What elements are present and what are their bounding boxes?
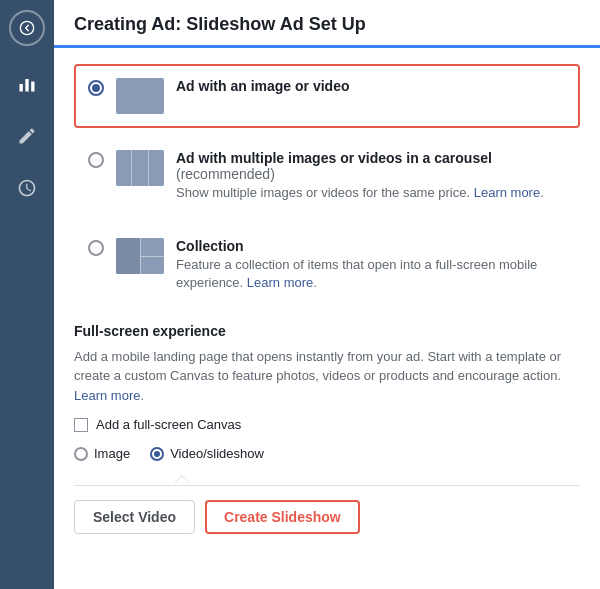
option-carousel-desc: Show multiple images or videos for the s… — [176, 184, 566, 202]
fullscreen-desc: Add a mobile landing page that opens ins… — [74, 347, 580, 406]
fullscreen-learn-more-link[interactable]: Learn more — [74, 388, 140, 403]
option-single-text: Ad with an image or video — [176, 78, 566, 94]
select-video-button[interactable]: Select Video — [74, 500, 195, 534]
fullscreen-title: Full-screen experience — [74, 323, 580, 339]
radio-image-option[interactable]: Image — [74, 446, 130, 461]
ad-type-options: Ad with an image or video Ad with multip… — [74, 64, 580, 307]
radio-video-slideshow[interactable] — [150, 447, 164, 461]
create-slideshow-button[interactable]: Create Slideshow — [205, 500, 360, 534]
radio-image-label: Image — [94, 446, 130, 461]
back-button[interactable] — [9, 10, 45, 46]
media-type-radio-row: Image Video/slideshow — [74, 446, 580, 461]
svg-rect-1 — [20, 84, 23, 92]
triangle-indicator — [74, 475, 580, 483]
option-carousel-text: Ad with multiple images or videos in a c… — [176, 150, 566, 202]
svg-rect-3 — [31, 82, 34, 92]
option-single-title: Ad with an image or video — [176, 78, 566, 94]
clock-icon[interactable] — [9, 170, 45, 206]
icon-carousel — [116, 150, 164, 186]
option-collection-desc: Feature a collection of items that open … — [176, 256, 566, 292]
fullscreen-section: Full-screen experience Add a mobile land… — [74, 323, 580, 535]
canvas-checkbox[interactable] — [74, 418, 88, 432]
header: Creating Ad: Slideshow Ad Set Up — [54, 0, 600, 48]
option-collection-title: Collection — [176, 238, 566, 254]
canvas-checkbox-label: Add a full-screen Canvas — [96, 417, 241, 432]
analytics-icon[interactable] — [9, 66, 45, 102]
radio-video-option[interactable]: Video/slideshow — [150, 446, 264, 461]
icon-single — [116, 78, 164, 114]
radio-single[interactable] — [88, 80, 104, 96]
option-carousel-title: Ad with multiple images or videos in a c… — [176, 150, 566, 182]
collection-learn-more-link[interactable]: Learn more — [247, 275, 313, 290]
radio-image[interactable] — [74, 447, 88, 461]
carousel-learn-more-link[interactable]: Learn more — [474, 185, 540, 200]
svg-point-0 — [20, 21, 33, 34]
edit-icon[interactable] — [9, 118, 45, 154]
option-carousel[interactable]: Ad with multiple images or videos in a c… — [74, 136, 580, 216]
content-area: Ad with an image or video Ad with multip… — [54, 48, 600, 589]
page-title: Creating Ad: Slideshow Ad Set Up — [74, 14, 580, 35]
action-buttons: Select Video Create Slideshow — [74, 500, 580, 534]
radio-carousel[interactable] — [88, 152, 104, 168]
option-collection[interactable]: Collection Feature a collection of items… — [74, 224, 580, 306]
radio-collection[interactable] — [88, 240, 104, 256]
triangle-arrow — [174, 475, 190, 483]
icon-collection — [116, 238, 164, 274]
option-collection-text: Collection Feature a collection of items… — [176, 238, 566, 292]
divider — [74, 485, 580, 486]
sidebar — [0, 0, 54, 589]
svg-rect-2 — [25, 79, 28, 92]
canvas-checkbox-row[interactable]: Add a full-screen Canvas — [74, 417, 580, 432]
option-single[interactable]: Ad with an image or video — [74, 64, 580, 128]
radio-video-label: Video/slideshow — [170, 446, 264, 461]
main-panel: Creating Ad: Slideshow Ad Set Up Ad with… — [54, 0, 600, 589]
